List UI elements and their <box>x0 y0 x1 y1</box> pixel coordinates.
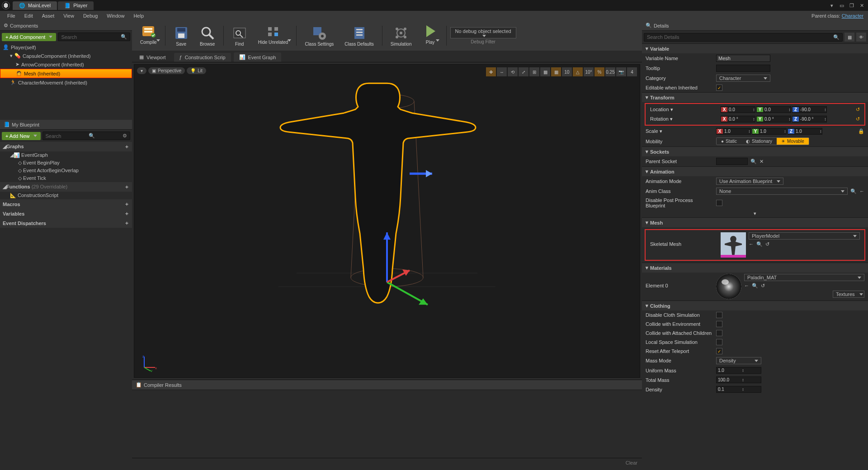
parent-class-link[interactable]: Character <box>842 13 863 19</box>
add-icon[interactable]: ＋ <box>124 201 129 207</box>
menu-view[interactable]: View <box>59 12 79 19</box>
camera-speed-icon[interactable]: 📷 <box>616 67 626 76</box>
angle-size[interactable]: 10° <box>584 67 594 76</box>
myblueprint-panel-tab[interactable]: 📘My Blueprint <box>0 120 132 130</box>
tree-item-charmove[interactable]: 🏃CharacterMovement (Inherited) <box>0 78 132 87</box>
scale-x[interactable]: X1.0↕ <box>716 128 751 135</box>
blueprint-search[interactable]: Search🔍⚙ <box>42 132 130 140</box>
graph-eventgraph[interactable]: ◢📊 EventGraph <box>0 151 132 159</box>
add-component-button[interactable]: + Add Component <box>2 33 56 41</box>
add-icon[interactable]: ＋ <box>124 210 129 217</box>
mesh-asset-combo[interactable]: PlayerModel <box>749 232 860 240</box>
rotation-x[interactable]: X0.0 °↕ <box>721 116 755 122</box>
reset-icon[interactable]: ↺ <box>761 283 765 289</box>
density-input[interactable]: 0.1↕ <box>716 386 761 393</box>
reset-icon[interactable]: ↺ <box>856 116 860 122</box>
play-button[interactable]: Play <box>418 22 443 50</box>
collidechild-checkbox[interactable] <box>716 330 722 336</box>
angle-snap-icon[interactable]: △ <box>573 67 583 76</box>
hide-unrelated-button[interactable]: Hide Unrelated <box>254 22 293 50</box>
reset-icon[interactable]: ↺ <box>765 241 769 247</box>
section-variables[interactable]: Variables＋ <box>0 209 132 218</box>
doc-tab-mainlevel[interactable]: 🌐MainLevel <box>13 1 57 10</box>
scale-snap-icon[interactable]: % <box>594 67 604 76</box>
totalmass-input[interactable]: 100.0↕ <box>716 376 761 383</box>
location-x[interactable]: X0.0↕ <box>721 106 755 113</box>
surface-snap-icon[interactable]: ▦ <box>540 67 550 76</box>
disablecloth-checkbox[interactable] <box>716 312 722 318</box>
disablepp-checkbox[interactable] <box>716 200 722 206</box>
uniformmass-input[interactable]: 1.0↕ <box>716 367 761 374</box>
rotation-z[interactable]: Z-90.0 °↕ <box>792 116 827 122</box>
rotation-label[interactable]: Rotation ▾ <box>650 116 718 122</box>
find-button[interactable]: Find <box>227 24 252 48</box>
localsim-checkbox[interactable] <box>716 339 722 345</box>
mobility-movable[interactable]: ☀Movable <box>777 138 809 145</box>
class-settings-button[interactable]: Class Settings <box>300 24 338 48</box>
menu-help[interactable]: Help <box>129 12 148 19</box>
translate-mode-icon[interactable]: ↔ <box>497 67 507 76</box>
browse-icon[interactable]: 🔍 <box>752 283 758 289</box>
section-macros[interactable]: Macros＋ <box>0 199 132 209</box>
section-graphs[interactable]: ◢Graphs＋ <box>0 142 132 151</box>
tree-item-capsule[interactable]: ▾💊CapsuleComponent (Inherited) <box>0 52 132 60</box>
add-icon[interactable]: ＋ <box>124 220 129 226</box>
category-combo[interactable]: Character <box>716 75 770 82</box>
settings-icon[interactable]: ⚙ <box>123 133 127 139</box>
tree-item-mesh[interactable]: 🙍Mesh (Inherited) <box>0 69 132 78</box>
event-tick[interactable]: ◇ Event Tick <box>0 174 132 182</box>
animmode-combo[interactable]: Use Animation Blueprint <box>716 178 783 185</box>
location-z[interactable]: Z-90.0↕ <box>792 106 827 113</box>
dropdown-icon[interactable]: ▾ <box>827 2 836 9</box>
doc-tab-player[interactable]: 📘Player <box>58 1 94 10</box>
scale-mode-icon[interactable]: ⤢ <box>519 67 528 76</box>
visibility-icon[interactable]: 👁 <box>856 33 866 42</box>
minimize-button[interactable]: ▭ <box>837 2 846 9</box>
use-icon[interactable]: ← <box>744 283 749 289</box>
mesh-thumbnail[interactable] <box>721 232 746 258</box>
simulation-button[interactable]: Simulation <box>386 24 416 48</box>
camera-speed[interactable]: 4 <box>627 67 637 76</box>
tooltip-input[interactable] <box>716 65 770 72</box>
section-sockets[interactable]: ▾ Sockets <box>642 146 868 156</box>
class-defaults-button[interactable]: Class Defaults <box>340 24 378 48</box>
section-clothing[interactable]: ▾ Clothing <box>642 301 868 310</box>
scale-z[interactable]: Z1.0↕ <box>788 128 822 135</box>
viewport-lit[interactable]: 💡Lit <box>187 67 206 74</box>
location-y[interactable]: Y0.0↕ <box>756 106 791 113</box>
mobility-stationary[interactable]: ◐Stationary <box>741 138 777 145</box>
section-transform[interactable]: ▾ Transform <box>642 92 868 102</box>
section-materials[interactable]: ▾ Materials <box>642 263 868 273</box>
rotate-mode-icon[interactable]: ⟲ <box>508 67 518 76</box>
location-label[interactable]: Location ▾ <box>650 107 718 113</box>
section-functions[interactable]: ◢Functions (29 Overridable)＋ <box>0 182 132 192</box>
event-actorbeginoverlap[interactable]: ◇ Event ActorBeginOverlap <box>0 167 132 174</box>
details-search[interactable]: Search Details🔍 <box>644 33 843 42</box>
scale-size[interactable]: 0.25 <box>605 67 615 76</box>
viewport[interactable]: ▾ ▣Perspective 💡Lit ✥ ↔ ⟲ ⤢ ⊞ ▦ ▦ 10 △ 1… <box>134 64 640 378</box>
collideenv-checkbox[interactable] <box>716 321 722 327</box>
browse-button[interactable]: Browse <box>195 24 220 48</box>
close-button[interactable]: ✕ <box>857 2 866 9</box>
coord-mode-icon[interactable]: ⊞ <box>529 67 539 76</box>
tree-item-arrow[interactable]: ➤ArrowComponent (Inherited) <box>0 60 132 69</box>
material-asset-combo[interactable]: Paladin_MAT <box>744 274 864 281</box>
section-animation[interactable]: ▾ Animation <box>642 166 868 176</box>
event-beginplay[interactable]: ◇ Event BeginPlay <box>0 159 132 167</box>
grid-snap-icon[interactable]: ▦ <box>551 67 561 76</box>
rotation-y[interactable]: Y0.0 °↕ <box>756 116 791 122</box>
lock-icon[interactable]: 🔒 <box>858 128 864 134</box>
massmode-combo[interactable]: Density <box>716 357 761 364</box>
expand-icon[interactable]: ▾ <box>642 210 868 217</box>
add-icon[interactable]: ＋ <box>124 143 129 150</box>
compile-button[interactable]: Compile <box>136 22 161 50</box>
menu-debug[interactable]: Debug <box>79 12 102 19</box>
editable-checkbox[interactable] <box>716 85 722 91</box>
scale-y[interactable]: Y1.0↕ <box>752 128 787 135</box>
menu-edit[interactable]: Edit <box>20 12 38 19</box>
clear-button[interactable]: Clear <box>132 458 642 467</box>
section-mesh[interactable]: ▾ Mesh <box>642 217 868 227</box>
save-button[interactable]: Save <box>169 24 193 48</box>
add-icon[interactable]: ＋ <box>124 183 129 190</box>
search-icon[interactable]: 🔍 <box>750 159 757 164</box>
